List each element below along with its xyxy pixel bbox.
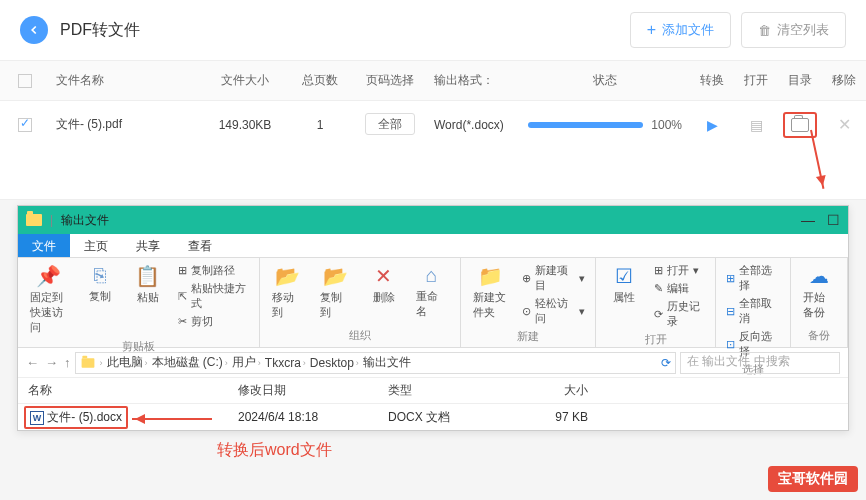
easy-access-button[interactable]: ⊙轻松访问▾ [520, 295, 587, 327]
col-convert-header: 转换 [690, 72, 734, 89]
nav-up-button[interactable]: ↑ [64, 355, 71, 370]
open-icon: ⊞ [654, 264, 663, 277]
col-date[interactable]: 修改日期 [238, 382, 388, 399]
back-button[interactable] [20, 16, 48, 44]
edit-icon: ✎ [654, 282, 663, 295]
page-title: PDF转文件 [60, 20, 140, 41]
open-item-button[interactable]: ⊞打开▾ [652, 262, 707, 279]
nav-back-button[interactable]: ← [26, 355, 39, 370]
shortcut-icon: ⇱ [178, 290, 187, 303]
folder-icon [81, 358, 94, 368]
refresh-button[interactable]: ⟳ [661, 356, 671, 370]
remove-button[interactable]: ✕ [822, 115, 866, 134]
col-name[interactable]: 名称 [28, 382, 238, 399]
history-button[interactable]: ⟳历史记录 [652, 298, 707, 330]
pin-icon: 📌 [36, 264, 61, 288]
play-icon: ▶ [707, 117, 718, 133]
percent-label: 100% [651, 118, 682, 132]
bc-seg[interactable]: Desktop› [310, 356, 359, 370]
tab-share[interactable]: 共享 [122, 234, 174, 257]
copy-button[interactable]: ⎘复制 [80, 262, 120, 337]
select-all-button[interactable]: ⊞全部选择 [724, 262, 782, 294]
copy-path-button[interactable]: ⊞复制路径 [176, 262, 251, 279]
new-label: 新建 [469, 327, 587, 344]
copy-to-button[interactable]: 📂复制到 [316, 262, 356, 326]
bc-seg[interactable]: 此电脑› [107, 354, 148, 371]
tab-home[interactable]: 主页 [70, 234, 122, 257]
open-folder-button[interactable] [778, 112, 822, 138]
pdf-converter-panel: PDF转文件 + 添加文件 🗑 清空列表 文件名称 文件大小 总页数 页码选择 … [0, 0, 866, 200]
col-pages-header: 总页数 [290, 72, 350, 89]
file-list-header: 名称 修改日期 类型 大小 [18, 378, 848, 404]
col-size-header: 文件大小 [200, 72, 290, 89]
bc-seg[interactable]: 用户› [232, 354, 261, 371]
edit-button[interactable]: ✎编辑 [652, 280, 707, 297]
tab-view[interactable]: 查看 [174, 234, 226, 257]
move-to-button[interactable]: 📂移动到 [268, 262, 308, 326]
select-none-icon: ⊟ [726, 305, 735, 318]
col-open-header: 打开 [734, 72, 778, 89]
explorer-titlebar[interactable]: | 输出文件 — ☐ [18, 206, 848, 234]
select-all-checkbox[interactable] [18, 74, 32, 88]
col-type[interactable]: 类型 [388, 382, 498, 399]
select-none-button[interactable]: ⊟全部取消 [724, 295, 782, 327]
minimize-button[interactable]: — [801, 212, 815, 228]
bc-seg[interactable]: Tkxcra› [265, 356, 306, 370]
paste-shortcut-button[interactable]: ⇱粘贴快捷方式 [176, 280, 251, 312]
file-type: DOCX 文档 [388, 409, 498, 426]
clear-list-button[interactable]: 🗑 清空列表 [741, 12, 846, 48]
paste-icon: 📋 [135, 264, 160, 288]
pin-button[interactable]: 📌固定到快速访问 [26, 262, 72, 337]
new-folder-button[interactable]: 📁新建文件夹 [469, 262, 513, 327]
open-button[interactable]: ▤ [734, 117, 778, 133]
col-remove-header: 移除 [822, 72, 866, 89]
convert-button[interactable]: ▶ [690, 117, 734, 133]
backup-button[interactable]: ☁开始备份 [799, 262, 839, 326]
row-checkbox[interactable] [18, 118, 32, 132]
maximize-button[interactable]: ☐ [827, 212, 840, 228]
document-icon: ▤ [750, 117, 763, 133]
bc-seg[interactable]: 本地磁盘 (C:)› [152, 354, 228, 371]
invert-icon: ⊡ [726, 338, 735, 351]
properties-button[interactable]: ☑属性 [604, 262, 644, 330]
tab-file[interactable]: 文件 [18, 234, 70, 257]
file-date: 2024/6/4 18:18 [238, 410, 388, 424]
move-icon: 📂 [275, 264, 300, 288]
table-header: 文件名称 文件大小 总页数 页码选择 输出格式： 状态 转换 打开 目录 移除 [0, 60, 866, 100]
organize-label: 组织 [268, 326, 452, 343]
file-table: 文件名称 文件大小 总页数 页码选择 输出格式： 状态 转换 打开 目录 移除 … [0, 60, 866, 148]
ribbon-group-clipboard: 📌固定到快速访问 ⎘复制 📋粘贴 ⊞复制路径 ⇱粘贴快捷方式 ✂剪切 剪贴板 [18, 258, 260, 347]
add-file-button[interactable]: + 添加文件 [630, 12, 731, 48]
ribbon-group-new: 📁新建文件夹 ⊕新建项目▾ ⊙轻松访问▾ 新建 [461, 258, 596, 347]
rename-button[interactable]: ⌂重命名 [412, 262, 452, 326]
header-right: + 添加文件 🗑 清空列表 [630, 12, 846, 48]
delete-button[interactable]: ✕删除 [364, 262, 404, 326]
nav-forward-button[interactable]: → [45, 355, 58, 370]
new-side: ⊕新建项目▾ ⊙轻松访问▾ [520, 262, 587, 327]
path-icon: ⊞ [178, 264, 187, 277]
row-page-select: 全部 [350, 116, 430, 133]
row-filesize: 149.30KB [200, 118, 290, 132]
new-folder-icon: 📁 [478, 264, 503, 288]
col-checkbox [0, 73, 50, 88]
bc-seg[interactable]: 输出文件 [363, 354, 411, 371]
table-row: 文件- (5).pdf 149.30KB 1 全部 Word(*.docx) 1… [0, 100, 866, 148]
ribbon-group-open: ☑属性 ⊞打开▾ ✎编辑 ⟳历史记录 打开 [596, 258, 716, 347]
cut-button[interactable]: ✂剪切 [176, 313, 251, 330]
page-select-button[interactable]: 全部 [365, 113, 415, 135]
new-item-button[interactable]: ⊕新建项目▾ [520, 262, 587, 294]
file-highlight: W 文件- (5).docx [24, 406, 128, 429]
col-size[interactable]: 大小 [498, 382, 588, 399]
paste-button[interactable]: 📋粘贴 [128, 262, 168, 337]
ribbon-group-backup: ☁开始备份 备份 [791, 258, 848, 347]
open-group-label: 打开 [604, 330, 707, 347]
select-all-icon: ⊞ [726, 272, 735, 285]
address-bar[interactable]: › 此电脑› 本地磁盘 (C:)› 用户› Tkxcra› Desktop› 输… [75, 352, 677, 374]
search-box[interactable]: 在 输出文件 中搜索 [680, 352, 840, 374]
col-status-header: 状态 [520, 72, 690, 89]
col-format-header: 输出格式： [430, 72, 520, 89]
clear-list-label: 清空列表 [777, 21, 829, 39]
file-name: 文件- (5).docx [47, 410, 122, 424]
backup-label: 备份 [799, 326, 839, 343]
col-page-select-header: 页码选择 [350, 72, 430, 89]
